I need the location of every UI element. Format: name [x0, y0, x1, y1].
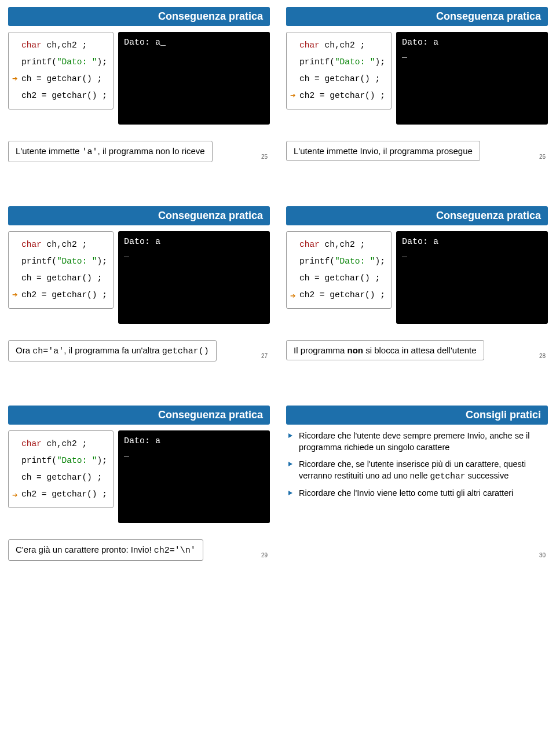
tip-item: Ricordare che l'utente deve sempre preme…: [286, 430, 548, 453]
arrow-icon: ➔: [12, 70, 18, 89]
slide-27: Conseguenza pratica char ch,ch2 ; printf…: [0, 199, 278, 364]
tip-item: Ricordare che, se l'utente inserisce più…: [286, 459, 548, 482]
code-block: char ch,ch2 ; printf("Dato: "); ch = get…: [8, 231, 114, 309]
arrow-icon: ➔: [12, 286, 18, 305]
tips-list: Ricordare che l'utente deve sempre preme…: [286, 430, 548, 499]
code-block: char ch,ch2 ; printf("Dato: "); ch = get…: [286, 231, 392, 309]
arrow-icon: ➔: [290, 287, 296, 306]
caption: L'utente immette Invio, il programma pro…: [286, 141, 480, 161]
slide-title: Conseguenza pratica: [286, 7, 548, 26]
page-number: 29: [261, 552, 268, 558]
slide-title: Conseguenza pratica: [8, 7, 270, 26]
caption: Ora ch='a', il programma fa un'altra get…: [8, 340, 217, 361]
page-number: 26: [539, 154, 546, 160]
page-number: 28: [539, 353, 546, 359]
caption: Il programma non si blocca in attesa del…: [286, 340, 484, 360]
slide-30: Consigli pratici Ricordare che l'utente …: [278, 399, 556, 563]
slide-28: Conseguenza pratica char ch,ch2 ; printf…: [278, 199, 556, 364]
terminal-output: Dato: a _: [396, 32, 548, 125]
slide-26: Conseguenza pratica char ch,ch2 ; printf…: [278, 0, 556, 165]
slide-29: Conseguenza pratica char ch,ch2 ; printf…: [0, 399, 278, 563]
tip-item: Ricordare che l'Invio viene letto come t…: [286, 488, 548, 499]
slide-title: Consigli pratici: [286, 406, 548, 425]
terminal-output: Dato: a _: [396, 231, 548, 324]
terminal-output: Dato: a_: [118, 32, 270, 125]
caption: C'era già un carattere pronto: Invio! ch…: [8, 539, 203, 561]
page-number: 30: [539, 552, 546, 558]
arrow-icon: ➔: [12, 487, 18, 505]
slide-title: Conseguenza pratica: [286, 206, 548, 225]
caption: L'utente immette 'a', il programma non l…: [8, 141, 213, 162]
page-number: 25: [261, 154, 268, 160]
slide-title: Conseguenza pratica: [8, 206, 270, 225]
page-number: 27: [261, 353, 268, 359]
code-block: char char ch,ch2 ;ch,ch2 ; printf("Dato:…: [8, 32, 114, 109]
terminal-output: Dato: a _: [118, 430, 270, 523]
arrow-icon: ➔: [290, 87, 296, 105]
slide-25: Conseguenza pratica char char ch,ch2 ;ch…: [0, 0, 278, 165]
terminal-output: Dato: a _: [118, 231, 270, 324]
slide-title: Conseguenza pratica: [8, 406, 270, 425]
code-block: char ch,ch2 ; printf("Dato: "); ch = get…: [8, 430, 114, 508]
code-block: char ch,ch2 ; printf("Dato: "); ch = get…: [286, 32, 392, 109]
